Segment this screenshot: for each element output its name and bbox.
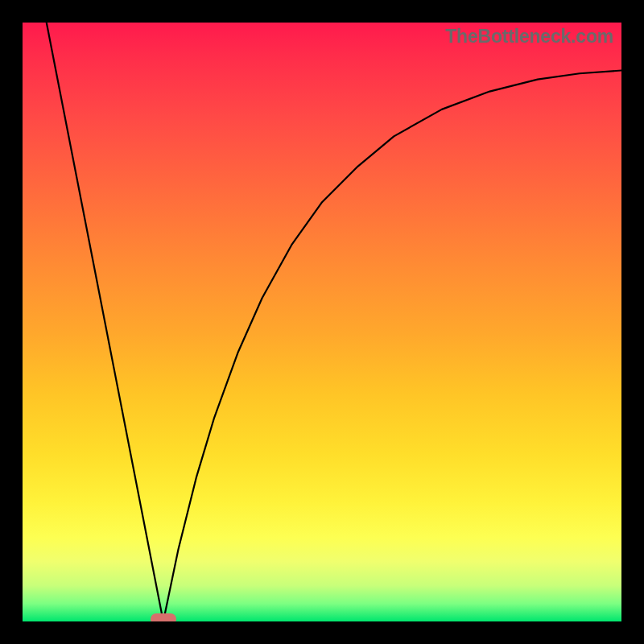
plot-area: TheBottleneck.com xyxy=(23,23,621,621)
chart-frame: TheBottleneck.com xyxy=(0,0,644,644)
optimum-marker xyxy=(151,613,176,621)
bottleneck-curve xyxy=(23,23,621,621)
